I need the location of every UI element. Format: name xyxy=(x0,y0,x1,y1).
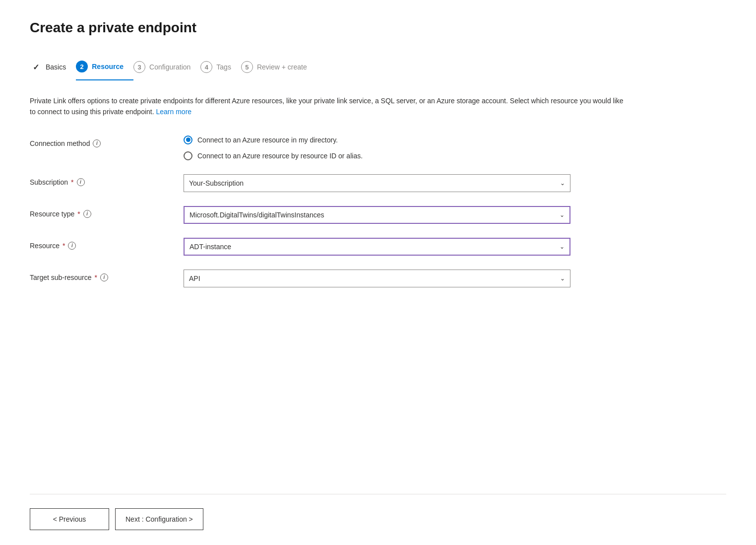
target-sub-resource-required: * xyxy=(95,273,97,281)
resource-type-info-icon[interactable]: i xyxy=(83,210,91,218)
description-paragraph: Private Link offers options to create pr… xyxy=(30,95,625,118)
resource-type-required: * xyxy=(77,210,80,218)
subscription-row: Subscription * i Your-Subscription ⌄ xyxy=(30,174,675,192)
step-tags-label: Tags xyxy=(216,63,231,71)
target-sub-resource-info-icon[interactable]: i xyxy=(100,273,108,281)
subscription-label: Subscription xyxy=(30,178,68,186)
target-sub-resource-row: Target sub-resource * i API ⌄ xyxy=(30,270,675,287)
step-resource-label: Resource xyxy=(92,63,124,70)
page-title: Create a private endpoint xyxy=(30,20,726,36)
subscription-info-icon[interactable]: i xyxy=(77,178,85,186)
resource-type-chevron: ⌄ xyxy=(560,211,565,218)
subscription-dropdown[interactable]: Your-Subscription ⌄ xyxy=(184,174,570,192)
step-resource-circle: 2 xyxy=(76,61,88,72)
previous-button[interactable]: < Previous xyxy=(30,508,109,530)
connection-method-radio-group: Connect to an Azure resource in my direc… xyxy=(184,136,675,160)
step-tags-circle: 4 xyxy=(200,61,212,73)
resource-row: Resource * i ADT-instance ⌄ xyxy=(30,238,675,256)
target-sub-resource-label: Target sub-resource xyxy=(30,273,92,281)
radio-resource-id-label: Connect to an Azure resource by resource… xyxy=(197,152,363,160)
resource-type-dropdown[interactable]: Microsoft.DigitalTwins/digitalTwinsInsta… xyxy=(184,206,570,224)
description-text: Private Link offers options to create pr… xyxy=(30,97,624,116)
radio-directory-input[interactable] xyxy=(184,136,192,144)
step-basics-label: Basics xyxy=(46,63,66,71)
resource-form: Connection method i Connect to an Azure … xyxy=(30,136,675,287)
target-sub-resource-value: API xyxy=(189,274,200,282)
connection-method-info-icon[interactable]: i xyxy=(93,139,101,147)
step-resource[interactable]: 2 Resource xyxy=(76,56,133,80)
resource-info-icon[interactable]: i xyxy=(68,242,76,250)
resource-type-row: Resource type * i Microsoft.DigitalTwins… xyxy=(30,206,675,224)
step-configuration[interactable]: 3 Configuration xyxy=(133,56,200,80)
resource-type-value: Microsoft.DigitalTwins/digitalTwinsInsta… xyxy=(189,211,324,219)
connection-method-row: Connection method i Connect to an Azure … xyxy=(30,136,675,160)
resource-value: ADT-instance xyxy=(189,243,231,251)
resource-label: Resource xyxy=(30,242,60,250)
subscription-chevron: ⌄ xyxy=(560,180,565,187)
radio-directory-label: Connect to an Azure resource in my direc… xyxy=(197,136,338,144)
subscription-value: Your-Subscription xyxy=(189,179,244,187)
radio-directory[interactable]: Connect to an Azure resource in my direc… xyxy=(184,136,675,144)
radio-resource-id[interactable]: Connect to an Azure resource by resource… xyxy=(184,151,675,160)
page-footer: < Previous Next : Configuration > xyxy=(30,494,726,545)
radio-resource-id-input[interactable] xyxy=(184,151,192,160)
learn-more-link[interactable]: Learn more xyxy=(156,108,192,116)
step-configuration-label: Configuration xyxy=(149,63,190,71)
step-review-create[interactable]: 5 Review + create xyxy=(241,56,317,80)
step-basics[interactable]: ✓ Basics xyxy=(30,56,76,80)
step-review-label: Review + create xyxy=(257,63,307,71)
target-sub-resource-chevron: ⌄ xyxy=(560,275,565,282)
step-configuration-circle: 3 xyxy=(133,61,145,73)
resource-required: * xyxy=(63,242,65,250)
step-basics-circle: ✓ xyxy=(30,61,42,73)
subscription-required: * xyxy=(71,178,73,186)
connection-method-label: Connection method xyxy=(30,139,90,147)
resource-type-label: Resource type xyxy=(30,210,74,218)
next-button[interactable]: Next : Configuration > xyxy=(115,508,203,530)
resource-chevron: ⌄ xyxy=(560,243,565,250)
step-tags[interactable]: 4 Tags xyxy=(200,56,241,80)
resource-dropdown[interactable]: ADT-instance ⌄ xyxy=(184,238,570,256)
target-sub-resource-dropdown[interactable]: API ⌄ xyxy=(184,270,570,287)
step-review-circle: 5 xyxy=(241,61,253,73)
wizard-steps: ✓ Basics 2 Resource 3 Configuration 4 Ta… xyxy=(30,56,726,80)
